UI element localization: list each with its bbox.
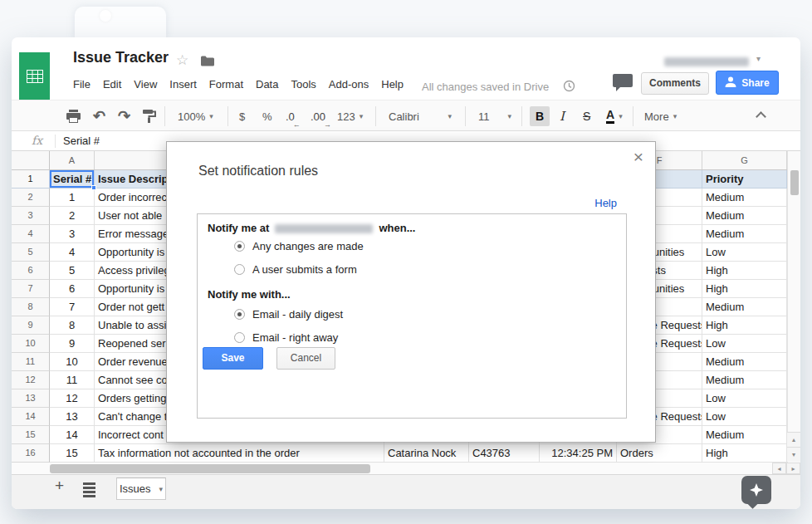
formula-input[interactable]: Serial # (63, 135, 100, 147)
menu-view[interactable]: View (134, 78, 157, 91)
number-format-select[interactable]: 123▾ (337, 100, 363, 132)
radio-option[interactable]: Email - daily digest (234, 302, 343, 326)
scroll-right-icon[interactable]: ▸ (786, 463, 800, 474)
cell[interactable]: Medium (702, 207, 787, 225)
scroll-down-icon[interactable]: ▾ (787, 447, 800, 462)
row-header-7[interactable]: 7 (12, 280, 50, 298)
move-folder-icon[interactable] (201, 55, 214, 70)
column-header-A[interactable]: A (50, 151, 95, 169)
menu-tools[interactable]: Tools (291, 78, 316, 91)
bold-button[interactable]: B (530, 100, 550, 132)
column-header-G[interactable]: G (702, 151, 787, 169)
font-size-select[interactable]: 11▾ (478, 100, 511, 132)
cell[interactable]: Medium (702, 371, 787, 389)
cell[interactable]: 13 (50, 408, 95, 426)
row-header-2[interactable]: 2 (12, 189, 50, 207)
collapse-toolbar-icon[interactable] (757, 100, 765, 132)
chat-icon[interactable] (613, 74, 633, 95)
cell[interactable]: 10 (50, 353, 95, 371)
cell[interactable]: High (702, 280, 787, 298)
cell[interactable]: Catarina Nock (384, 444, 469, 463)
radio-option[interactable]: Any changes are made (234, 234, 364, 257)
cell[interactable]: 3 (50, 225, 95, 243)
comments-button[interactable]: Comments (641, 72, 709, 95)
cell[interactable]: 5 (50, 262, 95, 280)
row-header-14[interactable]: 14 (12, 408, 50, 426)
print-icon[interactable] (66, 100, 81, 132)
text-color-button[interactable]: A▾ (606, 100, 623, 132)
radio-option[interactable]: Email - right away (234, 326, 343, 349)
add-sheet-button[interactable]: + (55, 477, 64, 495)
close-icon[interactable]: × (633, 147, 643, 167)
row-header-6[interactable]: 6 (12, 262, 50, 280)
cell[interactable]: Low (702, 243, 787, 262)
all-sheets-icon[interactable] (83, 482, 95, 497)
menu-file[interactable]: File (73, 78, 90, 91)
cell[interactable]: Medium (702, 225, 787, 243)
share-button[interactable]: Share (716, 71, 779, 95)
vertical-scrollbar[interactable]: ▴ ▾ (787, 151, 800, 463)
cell[interactable]: 2 (50, 207, 95, 225)
row-header-10[interactable]: 10 (12, 335, 50, 353)
sheet-tab-issues[interactable]: Issues ▾ (116, 477, 166, 500)
cell[interactable]: Low (702, 389, 787, 408)
cell[interactable]: 14 (50, 426, 95, 444)
cell[interactable]: Medium (702, 298, 787, 316)
fill-handle[interactable] (91, 185, 96, 190)
cell[interactable]: Low (702, 335, 787, 353)
radio-selected-icon[interactable] (234, 241, 245, 252)
scroll-up-icon[interactable]: ▴ (787, 432, 800, 447)
menu-format[interactable]: Format (209, 78, 243, 91)
vertical-scrollbar-thumb[interactable] (790, 170, 799, 195)
paint-format-icon[interactable] (143, 100, 156, 132)
radio-unselected-icon[interactable] (234, 332, 245, 343)
cell[interactable]: 7 (50, 298, 95, 316)
row-header-13[interactable]: 13 (12, 389, 50, 408)
cell[interactable]: High (702, 444, 787, 463)
menu-addons[interactable]: Add-ons (329, 78, 369, 91)
account-email-redacted[interactable] (664, 57, 749, 66)
row-header-5[interactable]: 5 (12, 243, 50, 262)
increase-decimal-button[interactable]: .00→ (311, 100, 325, 132)
row-header-4[interactable]: 4 (12, 225, 50, 243)
format-percent-button[interactable]: % (262, 100, 272, 132)
cancel-button[interactable]: Cancel (276, 347, 335, 370)
row-header-11[interactable]: 11 (12, 353, 50, 371)
undo-icon[interactable]: ↶ (93, 100, 105, 132)
menu-edit[interactable]: Edit (103, 78, 121, 91)
cell[interactable]: Priority (702, 170, 787, 189)
select-all-corner[interactable] (12, 151, 50, 169)
cell[interactable]: 15 (50, 444, 95, 463)
font-select[interactable]: Calibri▾ (389, 100, 452, 132)
zoom-select[interactable]: 100%▾ (178, 100, 213, 132)
help-link[interactable]: Help (594, 197, 617, 209)
cell[interactable]: 6 (50, 280, 95, 298)
cell[interactable]: C43763 (469, 444, 540, 463)
cell[interactable]: 12:34:25 PM (540, 444, 617, 463)
menu-insert[interactable]: Insert (169, 78, 197, 91)
row-header-3[interactable]: 3 (12, 207, 50, 225)
horizontal-scrollbar-thumb[interactable] (50, 464, 370, 473)
strikethrough-button[interactable]: S (583, 100, 590, 132)
cell[interactable]: 9 (50, 335, 95, 353)
row-header-16[interactable]: 16 (12, 444, 50, 463)
scroll-left-icon[interactable]: ◂ (772, 463, 786, 474)
cell[interactable]: High (702, 262, 787, 280)
sheets-logo-icon[interactable] (19, 52, 50, 100)
menu-help[interactable]: Help (381, 78, 404, 91)
cell[interactable]: 1 (50, 189, 95, 207)
decrease-decimal-button[interactable]: .0← (286, 100, 295, 132)
menu-data[interactable]: Data (256, 78, 278, 91)
cell[interactable]: Medium (702, 426, 787, 444)
star-icon[interactable]: ☆ (176, 51, 188, 69)
row-header-1[interactable]: 1 (12, 170, 50, 189)
radio-unselected-icon[interactable] (234, 264, 245, 275)
document-title[interactable]: Issue Tracker (73, 49, 169, 66)
cell[interactable]: 4 (50, 243, 95, 262)
cell[interactable]: Low (702, 408, 787, 426)
row-header-8[interactable]: 8 (12, 298, 50, 316)
cell[interactable]: Medium (702, 353, 787, 371)
radio-option[interactable]: A user submits a form (234, 257, 364, 281)
cell[interactable]: Medium (702, 189, 787, 207)
cell[interactable]: Serial # (50, 170, 95, 189)
